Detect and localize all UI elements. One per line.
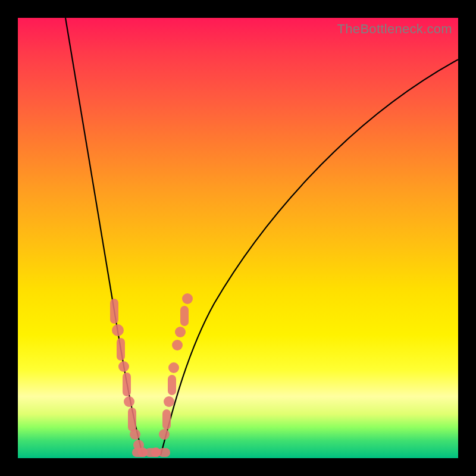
svg-point-7 — [130, 429, 140, 440]
right-curve — [161, 60, 458, 455]
watermark-text: TheBottleneck.com — [337, 21, 452, 37]
left-markers — [110, 299, 144, 450]
svg-rect-2 — [117, 338, 125, 361]
left-curve — [65, 18, 143, 455]
bottom-markers — [132, 447, 170, 457]
svg-point-17 — [159, 429, 170, 440]
curves-svg — [18, 18, 458, 458]
svg-point-1 — [112, 324, 124, 336]
svg-point-21 — [138, 447, 148, 457]
svg-rect-10 — [180, 306, 189, 326]
svg-rect-0 — [110, 299, 118, 324]
plot-area: TheBottleneck.com — [18, 18, 458, 458]
svg-rect-4 — [123, 372, 131, 396]
svg-point-11 — [175, 327, 186, 337]
svg-point-12 — [172, 340, 183, 350]
svg-rect-16 — [162, 409, 171, 430]
svg-point-22 — [151, 447, 161, 457]
svg-point-9 — [182, 293, 193, 304]
svg-point-5 — [124, 396, 134, 407]
chart-frame: TheBottleneck.com — [0, 0, 476, 476]
right-markers — [159, 293, 193, 440]
svg-point-15 — [164, 396, 174, 407]
svg-rect-6 — [128, 408, 136, 431]
svg-point-13 — [168, 362, 179, 373]
svg-rect-14 — [168, 375, 176, 395]
svg-point-3 — [118, 361, 129, 372]
